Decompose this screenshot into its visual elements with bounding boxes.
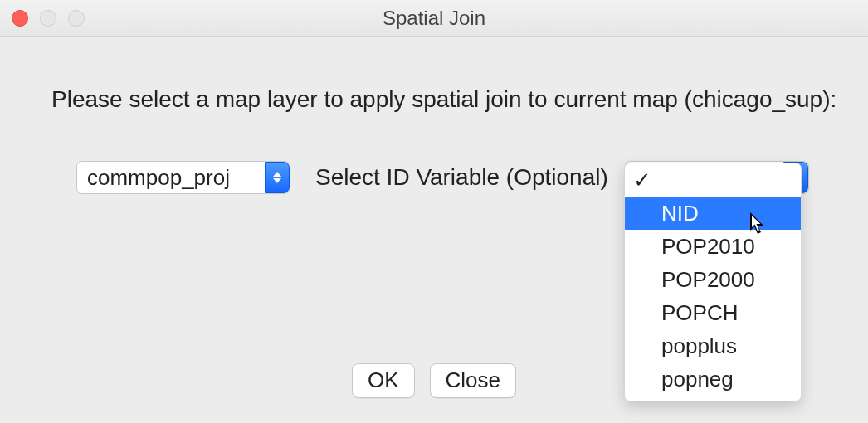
dropdown-item-label: POPCH — [661, 300, 738, 325]
titlebar: Spatial Join — [0, 0, 868, 37]
layer-select-value: commpop_proj — [87, 165, 230, 190]
dropdown-item-label: POP2010 — [661, 234, 755, 259]
dropdown-item[interactable]: POPCH — [625, 296, 801, 329]
dropdown-item-label: NID — [661, 201, 699, 226]
chevron-down-icon — [273, 178, 281, 183]
dropdown-item[interactable]: POP2000 — [625, 263, 801, 296]
window-title: Spatial Join — [0, 0, 868, 36]
dropdown-item[interactable]: ✓ — [625, 163, 801, 197]
prompt-text: Please select a map layer to apply spati… — [51, 86, 836, 113]
dropdown-item[interactable]: popplus — [625, 329, 801, 362]
dropdown-item-label: POP2000 — [661, 267, 755, 292]
button-row: OK Close — [0, 363, 868, 398]
dropdown-item[interactable]: POP2010 — [625, 230, 801, 263]
id-variable-label: Select ID Variable (Optional) — [315, 161, 608, 194]
ok-button[interactable]: OK — [352, 363, 415, 398]
dropdown-item[interactable]: NID — [625, 197, 801, 230]
chevron-up-icon — [273, 172, 281, 177]
close-button[interactable]: Close — [430, 363, 516, 398]
layer-select[interactable]: commpop_proj — [76, 161, 290, 194]
dropdown-item-label: popplus — [661, 333, 737, 358]
layer-select-stepper[interactable] — [265, 162, 290, 193]
checkmark-icon: ✓ — [633, 163, 651, 197]
